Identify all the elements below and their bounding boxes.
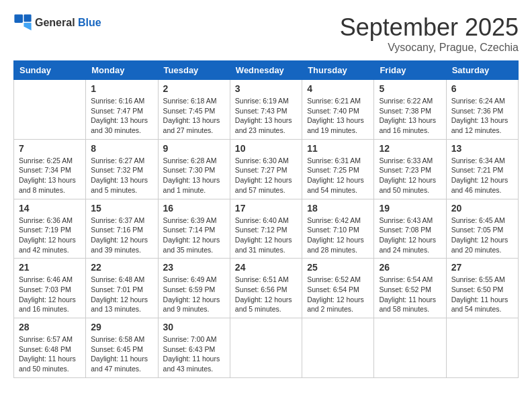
day-number: 14 [19, 203, 81, 214]
calendar-week-2: 7Sunrise: 6:25 AM Sunset: 7:34 PM Daylig… [14, 139, 519, 199]
calendar-cell: 8Sunrise: 6:27 AM Sunset: 7:32 PM Daylig… [86, 139, 158, 199]
day-info: Sunrise: 6:48 AM Sunset: 7:01 PM Dayligh… [91, 275, 152, 314]
calendar-week-1: 1Sunrise: 6:16 AM Sunset: 7:47 PM Daylig… [14, 80, 519, 140]
day-number: 6 [451, 83, 513, 94]
day-number: 25 [307, 262, 369, 273]
day-info: Sunrise: 6:58 AM Sunset: 6:45 PM Dayligh… [91, 334, 152, 374]
calendar-cell: 10Sunrise: 6:30 AM Sunset: 7:27 PM Dayli… [230, 139, 302, 199]
calendar-cell: 21Sunrise: 6:46 AM Sunset: 7:03 PM Dayli… [14, 259, 86, 318]
day-info: Sunrise: 6:55 AM Sunset: 6:50 PM Dayligh… [451, 275, 513, 314]
month-title: September 2025 [340, 13, 519, 42]
calendar-cell: 25Sunrise: 6:52 AM Sunset: 6:54 PM Dayli… [302, 259, 374, 318]
calendar-cell [446, 318, 518, 378]
svg-rect-1 [24, 14, 31, 21]
day-number: 1 [91, 83, 152, 94]
col-sunday: Sunday [14, 61, 86, 80]
day-info: Sunrise: 6:39 AM Sunset: 7:14 PM Dayligh… [163, 216, 225, 255]
day-info: Sunrise: 6:54 AM Sunset: 6:52 PM Dayligh… [379, 275, 441, 314]
day-info: Sunrise: 6:31 AM Sunset: 7:25 PM Dayligh… [307, 156, 369, 195]
day-number: 7 [19, 143, 81, 154]
day-number: 29 [91, 322, 152, 332]
day-info: Sunrise: 6:25 AM Sunset: 7:34 PM Dayligh… [19, 156, 81, 195]
calendar-cell: 14Sunrise: 6:36 AM Sunset: 7:19 PM Dayli… [14, 199, 86, 259]
day-info: Sunrise: 6:36 AM Sunset: 7:19 PM Dayligh… [19, 216, 81, 255]
calendar-cell: 9Sunrise: 6:28 AM Sunset: 7:30 PM Daylig… [158, 139, 230, 199]
day-number: 20 [451, 203, 513, 214]
day-info: Sunrise: 7:00 AM Sunset: 6:43 PM Dayligh… [163, 334, 225, 374]
logo-general: General [35, 17, 75, 28]
day-info: Sunrise: 6:40 AM Sunset: 7:12 PM Dayligh… [235, 216, 297, 255]
day-number: 4 [307, 83, 369, 94]
logo-icon [13, 13, 32, 32]
day-info: Sunrise: 6:51 AM Sunset: 6:56 PM Dayligh… [235, 275, 297, 314]
day-number: 15 [91, 203, 152, 214]
day-info: Sunrise: 6:19 AM Sunset: 7:43 PM Dayligh… [235, 96, 297, 136]
day-info: Sunrise: 6:27 AM Sunset: 7:32 PM Dayligh… [91, 156, 152, 195]
day-number: 21 [19, 262, 81, 273]
col-thursday: Thursday [302, 61, 374, 80]
day-number: 27 [451, 262, 513, 273]
day-info: Sunrise: 6:18 AM Sunset: 7:45 PM Dayligh… [163, 96, 225, 136]
calendar-cell: 23Sunrise: 6:49 AM Sunset: 6:59 PM Dayli… [158, 259, 230, 318]
calendar-cell: 17Sunrise: 6:40 AM Sunset: 7:12 PM Dayli… [230, 199, 302, 259]
day-number: 13 [451, 143, 513, 154]
calendar-cell [374, 318, 446, 378]
calendar-cell [230, 318, 302, 378]
day-number: 17 [235, 203, 297, 214]
day-number: 26 [379, 262, 441, 273]
calendar-cell: 7Sunrise: 6:25 AM Sunset: 7:34 PM Daylig… [14, 139, 86, 199]
calendar-cell: 5Sunrise: 6:22 AM Sunset: 7:38 PM Daylig… [374, 80, 446, 140]
day-number: 22 [91, 262, 152, 273]
day-info: Sunrise: 6:43 AM Sunset: 7:08 PM Dayligh… [379, 216, 441, 255]
day-info: Sunrise: 6:21 AM Sunset: 7:40 PM Dayligh… [307, 96, 369, 136]
col-wednesday: Wednesday [230, 61, 302, 80]
day-info: Sunrise: 6:24 AM Sunset: 7:36 PM Dayligh… [451, 96, 513, 136]
calendar-cell: 13Sunrise: 6:34 AM Sunset: 7:21 PM Dayli… [446, 139, 518, 199]
day-number: 19 [379, 203, 441, 214]
day-number: 5 [379, 83, 441, 94]
calendar-cell: 19Sunrise: 6:43 AM Sunset: 7:08 PM Dayli… [374, 199, 446, 259]
day-number: 16 [163, 203, 225, 214]
page-header: General Blue September 2025 Vysocany, Pr… [13, 13, 519, 54]
calendar-header: Sunday Monday Tuesday Wednesday Thursday… [14, 61, 519, 80]
day-number: 11 [307, 143, 369, 154]
col-saturday: Saturday [446, 61, 518, 80]
calendar-cell: 4Sunrise: 6:21 AM Sunset: 7:40 PM Daylig… [302, 80, 374, 140]
calendar-cell: 2Sunrise: 6:18 AM Sunset: 7:45 PM Daylig… [158, 80, 230, 140]
logo-text: General Blue [35, 17, 101, 29]
calendar-cell: 15Sunrise: 6:37 AM Sunset: 7:16 PM Dayli… [86, 199, 158, 259]
day-info: Sunrise: 6:46 AM Sunset: 7:03 PM Dayligh… [19, 275, 81, 314]
calendar-cell: 29Sunrise: 6:58 AM Sunset: 6:45 PM Dayli… [86, 318, 158, 378]
day-number: 12 [379, 143, 441, 154]
day-info: Sunrise: 6:28 AM Sunset: 7:30 PM Dayligh… [163, 156, 225, 195]
day-number: 8 [91, 143, 152, 154]
day-number: 2 [163, 83, 225, 94]
calendar-cell: 1Sunrise: 6:16 AM Sunset: 7:47 PM Daylig… [86, 80, 158, 140]
calendar-week-5: 28Sunrise: 6:57 AM Sunset: 6:48 PM Dayli… [14, 318, 519, 378]
day-number: 9 [163, 143, 225, 154]
day-number: 3 [235, 83, 297, 94]
col-monday: Monday [86, 61, 158, 80]
calendar-cell: 27Sunrise: 6:55 AM Sunset: 6:50 PM Dayli… [446, 259, 518, 318]
day-info: Sunrise: 6:16 AM Sunset: 7:47 PM Dayligh… [91, 96, 152, 136]
calendar-week-3: 14Sunrise: 6:36 AM Sunset: 7:19 PM Dayli… [14, 199, 519, 259]
calendar-cell [14, 80, 86, 140]
header-row: Sunday Monday Tuesday Wednesday Thursday… [14, 61, 519, 80]
calendar-cell: 22Sunrise: 6:48 AM Sunset: 7:01 PM Dayli… [86, 259, 158, 318]
day-info: Sunrise: 6:52 AM Sunset: 6:54 PM Dayligh… [307, 275, 369, 314]
calendar-cell [302, 318, 374, 378]
day-number: 24 [235, 262, 297, 273]
calendar-cell: 3Sunrise: 6:19 AM Sunset: 7:43 PM Daylig… [230, 80, 302, 140]
calendar-cell: 28Sunrise: 6:57 AM Sunset: 6:48 PM Dayli… [14, 318, 86, 378]
day-info: Sunrise: 6:42 AM Sunset: 7:10 PM Dayligh… [307, 216, 369, 255]
logo-blue: Blue [78, 17, 101, 28]
title-block: September 2025 Vysocany, Prague, Czechia [340, 13, 519, 54]
col-friday: Friday [374, 61, 446, 80]
day-info: Sunrise: 6:34 AM Sunset: 7:21 PM Dayligh… [451, 156, 513, 195]
day-number: 30 [163, 322, 225, 332]
day-info: Sunrise: 6:57 AM Sunset: 6:48 PM Dayligh… [19, 334, 81, 374]
day-number: 23 [163, 262, 225, 273]
day-number: 28 [19, 322, 81, 332]
calendar-cell: 18Sunrise: 6:42 AM Sunset: 7:10 PM Dayli… [302, 199, 374, 259]
calendar-table: Sunday Monday Tuesday Wednesday Thursday… [13, 60, 519, 378]
